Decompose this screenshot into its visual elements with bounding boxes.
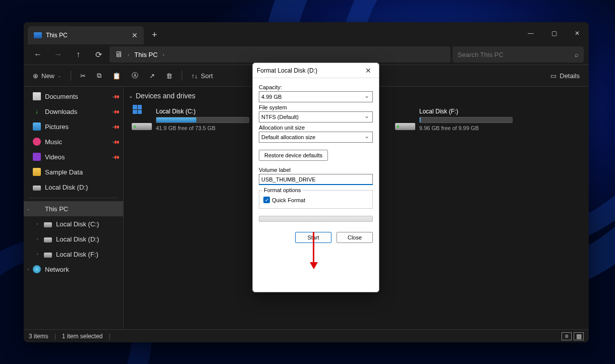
network-icon xyxy=(33,265,41,273)
item-count: 3 items xyxy=(29,333,48,340)
minimize-button[interactable]: — xyxy=(519,25,542,41)
allocation-label: Allocation unit size xyxy=(259,125,373,131)
sidebar-item-local-disk-d[interactable]: Local Disk (D:) xyxy=(24,179,123,195)
volume-label-input[interactable] xyxy=(261,176,370,183)
tiles-view-button[interactable]: ▦ xyxy=(574,332,584,340)
copy-button[interactable]: ⧉ xyxy=(93,68,105,84)
music-icon xyxy=(33,138,41,146)
drive-icon xyxy=(33,186,41,191)
capacity-select[interactable]: 4.99 GB xyxy=(259,91,373,102)
window-controls: — ▢ ✕ xyxy=(519,25,589,41)
paste-button[interactable]: 📋 xyxy=(108,68,125,84)
chevron-down-icon: ⌄ xyxy=(58,73,62,78)
format-dialog: Format Local Disk (D:) ✕ Capacity: 4.99 … xyxy=(252,63,379,292)
close-button[interactable]: Close xyxy=(337,232,373,243)
filesystem-value: NTFS (Default) xyxy=(261,114,299,120)
separator: | xyxy=(109,333,110,340)
volume-label-input-wrap[interactable] xyxy=(259,174,373,185)
sidebar-item-label: Local Disk (F:) xyxy=(56,251,98,258)
sidebar-item-this-pc[interactable]: ⌄This PC xyxy=(24,201,123,216)
search-input[interactable] xyxy=(458,51,575,58)
chevron-right-icon[interactable]: › xyxy=(35,236,40,241)
separator xyxy=(71,71,71,81)
drive-icon xyxy=(132,108,152,131)
sidebar-item-label: Pictures xyxy=(45,123,69,131)
drive-item-f[interactable]: Local Disk (F:) 9.96 GB free of 9.99 GB xyxy=(392,105,516,134)
address-icon: 🖥 xyxy=(115,50,123,59)
dialog-title: Format Local Disk (D:) xyxy=(257,67,362,74)
maximize-button[interactable]: ▢ xyxy=(542,25,566,41)
folder-icon xyxy=(33,168,41,176)
document-icon xyxy=(33,92,41,100)
new-tab-button[interactable]: + xyxy=(152,30,157,40)
status-bar: 3 items | 1 item selected | ≡ ▦ xyxy=(24,329,589,342)
quick-format-row[interactable]: ✓ Quick Format xyxy=(263,197,368,203)
quick-format-checkbox[interactable]: ✓ xyxy=(263,197,270,203)
rename-button[interactable]: Ⓐ xyxy=(128,68,142,84)
sidebar-tree-local-disk-d[interactable]: ›Local Disk (D:) xyxy=(24,231,123,247)
details-view-button[interactable]: ≡ xyxy=(562,332,572,340)
pin-icon: 📌 xyxy=(112,92,120,100)
drive-icon xyxy=(395,108,415,131)
sidebar-item-pictures[interactable]: Pictures📌 xyxy=(24,119,123,134)
this-pc-icon xyxy=(33,205,41,213)
sidebar-tree-local-disk-f[interactable]: ›Local Disk (F:) xyxy=(24,247,123,262)
sidebar-item-label: Local Disk (D:) xyxy=(45,184,88,191)
search-box[interactable]: ⌕ xyxy=(453,46,584,63)
sort-icon: ↑↓ xyxy=(191,72,198,80)
sidebar-item-label: This PC xyxy=(45,205,68,213)
drive-icon xyxy=(44,222,52,227)
pin-icon: 📌 xyxy=(112,123,120,131)
drive-usage-bar xyxy=(156,117,249,123)
start-button[interactable]: Start xyxy=(295,232,331,243)
sidebar-item-downloads[interactable]: ↓Downloads📌 xyxy=(24,104,123,119)
sidebar-tree-local-disk-c[interactable]: ›Local Disk (C:) xyxy=(24,216,123,231)
sidebar-item-label: Videos xyxy=(45,153,65,161)
tab-this-pc[interactable]: This PC ✕ xyxy=(28,26,144,44)
search-icon: ⌕ xyxy=(575,51,579,58)
close-window-button[interactable]: ✕ xyxy=(566,25,589,41)
chevron-right-icon[interactable]: › xyxy=(35,252,40,257)
chevron-right-icon[interactable]: › xyxy=(26,267,31,272)
quick-format-label: Quick Format xyxy=(272,197,305,203)
sidebar-item-label: Sample Data xyxy=(45,168,83,176)
restore-defaults-button[interactable]: Restore device defaults xyxy=(259,150,328,161)
filesystem-select[interactable]: NTFS (Default) xyxy=(259,111,373,123)
sort-label: Sort xyxy=(201,72,213,80)
back-button[interactable]: ← xyxy=(29,46,47,63)
sidebar-item-label: Network xyxy=(45,266,69,273)
dialog-close-button[interactable]: ✕ xyxy=(362,65,375,76)
details-icon: ▭ xyxy=(550,72,556,80)
new-button[interactable]: ⊕ New ⌄ xyxy=(29,68,66,84)
chevron-down-icon[interactable]: ⌄ xyxy=(26,206,31,211)
share-button[interactable]: ↗ xyxy=(145,68,159,84)
address-bar[interactable]: 🖥 › This PC › xyxy=(109,46,451,63)
format-progress-bar xyxy=(259,216,373,222)
tab-close-icon[interactable]: ✕ xyxy=(132,31,138,39)
delete-button[interactable]: 🗑 xyxy=(162,68,177,84)
refresh-button[interactable]: ⟳ xyxy=(89,46,107,63)
chevron-right-icon[interactable]: › xyxy=(35,221,40,226)
sort-button[interactable]: ↑↓ Sort xyxy=(187,68,217,84)
cut-button[interactable]: ✂ xyxy=(76,68,90,84)
drive-icon xyxy=(44,237,52,242)
allocation-select[interactable]: Default allocation size xyxy=(259,132,373,143)
sidebar-item-videos[interactable]: Videos📌 xyxy=(24,149,123,164)
drive-name: Local Disk (F:) xyxy=(419,108,513,115)
details-button[interactable]: ▭ Details xyxy=(546,68,584,84)
download-icon: ↓ xyxy=(33,107,41,115)
plus-icon: ⊕ xyxy=(33,72,38,80)
selection-count: 1 item selected xyxy=(62,333,103,340)
up-button[interactable]: ↑ xyxy=(69,46,87,63)
address-text: This PC xyxy=(134,51,157,58)
forward-button[interactable]: → xyxy=(49,46,67,63)
sidebar-item-sample-data[interactable]: Sample Data xyxy=(24,164,123,179)
sidebar-item-documents[interactable]: Documents📌 xyxy=(24,89,123,104)
dialog-titlebar: Format Local Disk (D:) ✕ xyxy=(253,63,379,78)
sidebar-item-music[interactable]: Music📌 xyxy=(24,134,123,149)
chevron-right-icon: › xyxy=(163,52,164,57)
new-label: New xyxy=(41,72,54,80)
tab-title: This PC xyxy=(46,32,132,39)
drive-item-c[interactable]: Local Disk (C:) 41.9 GB free of 73.5 GB xyxy=(129,105,252,134)
sidebar-item-network[interactable]: ›Network xyxy=(24,262,123,277)
